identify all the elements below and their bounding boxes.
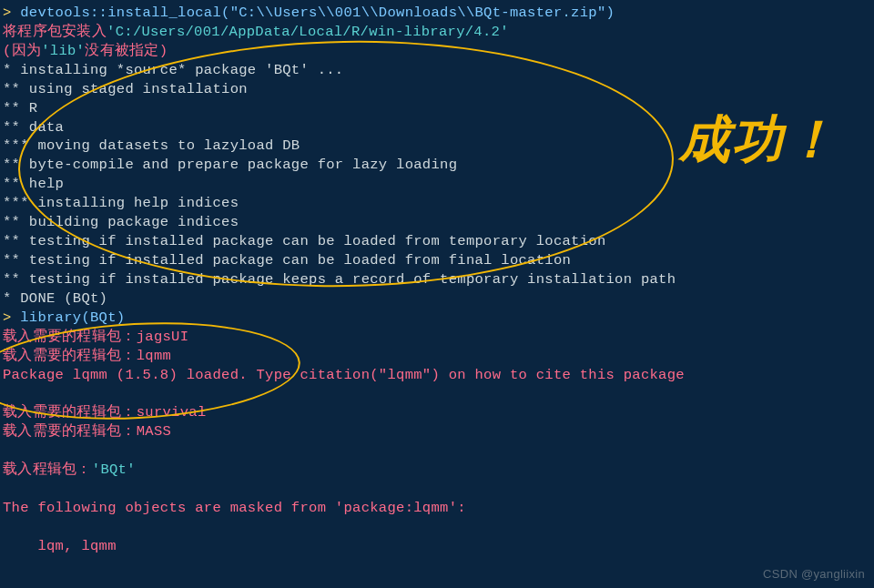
blank-line (3, 518, 871, 537)
prompt-char: > (3, 309, 20, 326)
command-line-1: > devtools::install_local("C:\\Users\\00… (3, 4, 871, 23)
install-output: * installing *source* package 'BQt' ... (3, 61, 871, 80)
prompt-char: > (3, 5, 20, 21)
success-annotation: 成功！ (679, 105, 838, 174)
load-msg: 载入需要的程辑包：survival (3, 403, 871, 422)
install-output: * DONE (BQt) (3, 289, 871, 309)
install-output: *** installing help indices (3, 194, 871, 213)
load-msg: 载入需要的程辑包：jagsUI (3, 328, 871, 347)
install-output: ** testing if installed package can be l… (3, 232, 871, 251)
watermark: CSDN @yangliixin (763, 566, 865, 583)
load-msg: 载入程辑包：'BQt' (3, 461, 871, 480)
terminal-output: > devtools::install_local("C:\\Users\\00… (3, 4, 871, 556)
command-text: devtools::install_local("C:\\Users\\001\… (20, 5, 615, 21)
install-msg-2: (因为'lib'没有被指定) (3, 42, 871, 61)
install-output: ** testing if installed package keeps a … (3, 270, 871, 289)
install-output: ** building package indices (3, 213, 871, 232)
install-msg-1: 将程序包安装入'C:/Users/001/AppData/Local/R/win… (3, 23, 871, 42)
load-msg: 载入需要的程辑包：lqmm (3, 347, 871, 366)
mask-items: lqm, lqmm (3, 537, 871, 556)
command-line-2: > library(BQt) (3, 309, 871, 328)
install-output: ** testing if installed package can be l… (3, 251, 871, 270)
install-output: ** help (3, 175, 871, 194)
blank-line (3, 480, 871, 499)
blank-line (3, 384, 871, 403)
command-text: library(BQt) (20, 309, 125, 326)
package-loaded-msg: Package lqmm (1.5.8) loaded. Type citati… (3, 366, 871, 385)
blank-line (3, 441, 871, 461)
load-msg: 载入需要的程辑包：MASS (3, 422, 871, 441)
install-output: ** using staged installation (3, 80, 871, 99)
mask-msg: The following objects are masked from 'p… (3, 499, 871, 518)
